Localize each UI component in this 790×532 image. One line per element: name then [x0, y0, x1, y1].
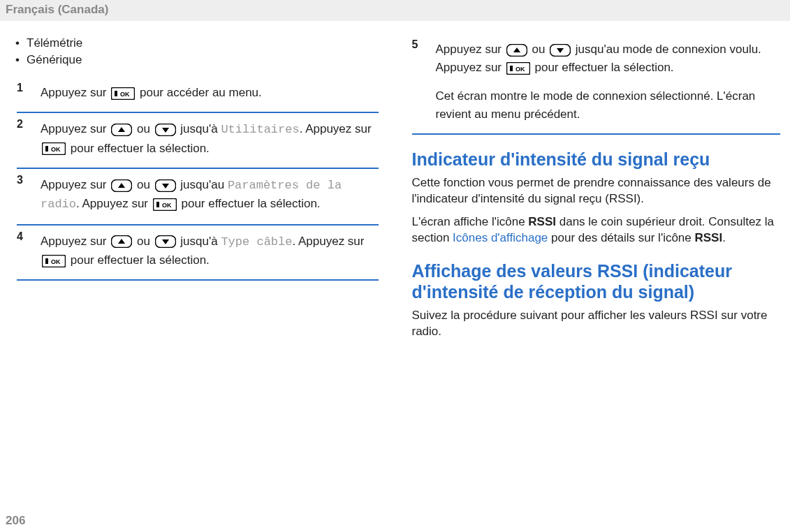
step-1: 1 Appuyez sur OK pour accéder au menu.	[17, 77, 379, 113]
svg-marker-25	[513, 47, 520, 52]
svg-rect-15	[156, 202, 159, 207]
step-text: ou	[137, 178, 154, 191]
ok-button-icon: OK	[153, 198, 177, 211]
body-text: L'écran affiche l'icône RSSI dans le coi…	[412, 214, 781, 246]
up-button-icon	[111, 179, 132, 192]
left-column: Télémétrie Générique 1 Appuyez sur OK po…	[10, 34, 379, 347]
step-text: pour effectuer la sélection.	[182, 197, 321, 210]
up-button-icon	[111, 124, 132, 136]
section-title-rssi: Indicateur d'intensité du signal reçu	[412, 149, 781, 170]
svg-marker-6	[162, 128, 169, 133]
step-text: ou	[137, 235, 154, 248]
down-button-icon	[155, 179, 176, 192]
step-number: 3	[17, 172, 23, 189]
svg-text:OK: OK	[120, 91, 130, 98]
content-columns: Télémétrie Générique 1 Appuyez sur OK po…	[0, 21, 790, 347]
step-4: 4 Appuyez sur ou jusqu'à	[17, 226, 379, 281]
step-text: pour accéder au menu.	[140, 86, 262, 99]
step-text: Appuyez sur	[41, 178, 110, 191]
step-text: pour effectuer la sélection.	[71, 253, 210, 267]
svg-text:OK: OK	[515, 66, 525, 73]
down-button-icon	[155, 124, 176, 136]
page-number: 206	[6, 514, 25, 528]
step-text: Appuyez sur	[41, 235, 110, 248]
step-note: Cet écran montre le mode de connexion sé…	[436, 87, 781, 124]
step-number: 4	[17, 228, 23, 246]
ok-button-icon: OK	[506, 62, 530, 75]
step-number: 1	[17, 80, 23, 97]
text: .	[722, 231, 726, 244]
menu-label: Type câble	[221, 235, 292, 249]
up-button-icon	[111, 235, 132, 248]
step-text: Appuyez sur	[82, 197, 152, 210]
bold-text: RSSI	[695, 231, 723, 244]
ok-button-icon: OK	[42, 255, 66, 267]
down-button-icon	[155, 235, 176, 248]
svg-text:OK: OK	[51, 258, 61, 265]
steps-list: 1 Appuyez sur OK pour accéder au menu.	[10, 77, 379, 281]
svg-marker-18	[118, 239, 125, 244]
step-text: ou	[137, 122, 154, 135]
text: pour des détails sur l'icône	[548, 231, 694, 244]
right-column: 5 Appuyez sur ou jusqu'au mode de co	[412, 34, 781, 347]
step-text: .	[76, 197, 82, 210]
step-text: jusqu'à	[180, 122, 221, 135]
step-text: ou	[532, 43, 548, 56]
step-text: .	[292, 235, 298, 248]
svg-marker-20	[162, 239, 169, 244]
svg-rect-1	[115, 91, 117, 96]
step-5: 5 Appuyez sur ou jusqu'au mode de co	[412, 34, 781, 135]
ok-button-icon: OK	[42, 142, 66, 155]
svg-marker-4	[118, 127, 125, 132]
step-text: pour effectuer la sélection.	[71, 142, 210, 155]
text: L'écran affiche l'icône	[412, 215, 529, 228]
header-language: Français (Canada)	[0, 0, 790, 21]
svg-marker-13	[162, 184, 169, 189]
svg-marker-27	[557, 48, 564, 53]
page: Français (Canada) Télémétrie Générique 1…	[0, 0, 790, 532]
svg-text:OK: OK	[51, 146, 61, 153]
bullet-list: Télémétrie Générique	[10, 36, 379, 67]
ok-button-icon: OK	[111, 87, 135, 100]
body-text: Suivez la procédure suivant pour affiche…	[412, 308, 781, 340]
step-2: 2 Appuyez sur ou jusqu'à	[17, 113, 379, 169]
step-text: Appuyez sur	[436, 43, 505, 56]
step-3: 3 Appuyez sur ou jusqu'au	[17, 169, 379, 226]
step-text: jusqu'à	[180, 235, 221, 248]
body-text: Cette fonction vous permet de prendre co…	[412, 175, 781, 207]
menu-label: Utilitaires	[221, 123, 299, 136]
steps-list-right: 5 Appuyez sur ou jusqu'au mode de co	[412, 34, 781, 135]
step-number: 5	[412, 36, 418, 54]
svg-rect-8	[45, 146, 48, 152]
step-text: Appuyez sur	[41, 86, 110, 99]
list-item: Télémétrie	[15, 36, 379, 50]
step-number: 2	[17, 116, 23, 133]
svg-marker-11	[118, 183, 125, 188]
section-title-rssi-values: Affichage des valeurs RSSI (indicateur d…	[412, 260, 781, 302]
down-button-icon	[550, 44, 571, 57]
link-icones-affichage[interactable]: Icônes d'affichage	[453, 231, 548, 244]
list-item: Générique	[15, 53, 379, 67]
up-button-icon	[506, 44, 527, 57]
step-text: pour effectuer la sélection.	[534, 61, 673, 74]
step-text: Appuyez sur	[41, 122, 110, 135]
bold-text: RSSI	[528, 215, 556, 228]
svg-rect-29	[510, 66, 513, 71]
step-text: jusqu'au	[180, 178, 228, 191]
svg-rect-22	[45, 258, 48, 264]
step-text: .	[300, 122, 306, 135]
step-text: Appuyez sur	[298, 235, 365, 248]
step-text: Appuyez sur	[305, 122, 372, 135]
svg-text:OK: OK	[162, 202, 172, 209]
